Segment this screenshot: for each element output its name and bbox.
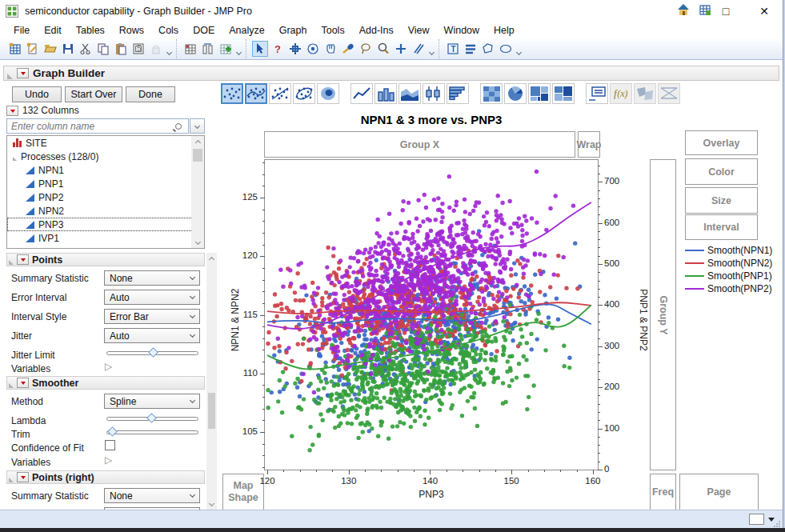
collapse-triangle-icon[interactable] xyxy=(9,378,14,388)
group-x-zone[interactable]: Group X xyxy=(264,131,575,158)
open-icon[interactable] xyxy=(42,41,58,57)
cut-icon[interactable] xyxy=(78,41,94,57)
panel-header-smoother[interactable]: Smoother xyxy=(6,376,205,390)
new-script-icon[interactable] xyxy=(25,41,41,57)
slider-thumb[interactable] xyxy=(146,413,157,423)
target-tool-icon[interactable] xyxy=(305,41,321,57)
menu-view[interactable]: View xyxy=(401,23,437,38)
close-button[interactable]: ✕ xyxy=(746,0,783,22)
scatter-plot-canvas[interactable] xyxy=(265,160,598,470)
column-item-pnp2[interactable]: PNP2 xyxy=(7,190,204,204)
pen-tool-icon[interactable] xyxy=(411,41,427,57)
menu-addins[interactable]: Add-Ins xyxy=(352,23,401,38)
text-annotate-icon[interactable] xyxy=(445,41,461,57)
color-swatch[interactable] xyxy=(749,514,764,525)
pie-element-icon[interactable] xyxy=(504,83,527,104)
toolbar-overflow-icon[interactable] xyxy=(427,41,435,57)
start-over-button[interactable]: Start Over xyxy=(65,86,122,102)
columns-list-scrollbar[interactable] xyxy=(191,136,204,248)
menu-edit[interactable]: Edit xyxy=(37,23,69,38)
legend-item[interactable]: Smooth(NPN2) xyxy=(685,258,772,269)
slider-thumb[interactable] xyxy=(148,347,158,358)
menu-analyze[interactable]: Analyze xyxy=(222,23,271,38)
columns-red-triangle-icon[interactable] xyxy=(6,106,18,116)
column-item-site[interactable]: SITE xyxy=(7,136,204,150)
menu-file[interactable]: File xyxy=(6,23,37,38)
journal-icon[interactable] xyxy=(130,41,146,57)
save-icon[interactable] xyxy=(60,41,76,57)
lines-annotate-icon[interactable] xyxy=(463,41,479,57)
wrap-zone[interactable]: Wrap xyxy=(578,131,600,158)
line-element-icon[interactable] xyxy=(350,83,373,104)
slider-trim[interactable] xyxy=(106,426,198,438)
collapse-triangle-icon[interactable] xyxy=(9,255,14,265)
polygon-annotate-icon[interactable] xyxy=(480,41,496,57)
smoother-element-icon[interactable] xyxy=(245,83,267,104)
arrow-tool-icon[interactable] xyxy=(252,41,268,57)
dropdown-interval-style[interactable]: Error Bar xyxy=(104,309,200,324)
dropdown-error-interval[interactable]: Auto xyxy=(104,290,200,305)
mosaic-element-icon[interactable] xyxy=(552,83,575,104)
red-triangle-menu-icon[interactable] xyxy=(17,254,29,265)
scroll-down-icon[interactable] xyxy=(206,498,217,510)
heatmap-element-icon[interactable] xyxy=(480,83,503,104)
magnifier-tool-icon[interactable] xyxy=(375,41,391,57)
dropdown-method[interactable]: Spline xyxy=(104,394,200,409)
legend-item[interactable]: Smooth(PNP1) xyxy=(685,270,772,282)
red-triangle-menu-icon[interactable] xyxy=(17,378,29,388)
legend-item[interactable]: Smooth(NPN1) xyxy=(685,245,772,256)
column-item-pnp1[interactable]: PNP1 xyxy=(7,177,204,190)
data-table-icon[interactable] xyxy=(182,41,198,57)
menu-tools[interactable]: Tools xyxy=(314,23,351,38)
help-tool-icon[interactable] xyxy=(270,41,286,57)
box-plot-element-icon[interactable] xyxy=(423,83,445,104)
maximize-button[interactable]: □ xyxy=(707,0,744,22)
crosshair-tool-icon[interactable] xyxy=(287,41,303,57)
group-y-zone[interactable]: Group Y xyxy=(650,159,676,470)
window-grid-icon[interactable] xyxy=(698,2,712,16)
column-item-ivp1[interactable]: IVP1 xyxy=(7,231,204,245)
red-triangle-menu-icon[interactable] xyxy=(17,472,29,482)
scroll-up-icon[interactable] xyxy=(191,136,204,147)
menu-window[interactable]: Window xyxy=(437,23,487,38)
brush-tool-icon[interactable] xyxy=(340,41,356,57)
panel-scrollbar[interactable] xyxy=(206,253,217,510)
column-item-pnp3[interactable]: PNP3 xyxy=(7,218,204,231)
menu-cols[interactable]: Cols xyxy=(151,23,186,38)
size-zone[interactable]: Size xyxy=(685,187,758,214)
toolbar-overflow-icon[interactable] xyxy=(165,41,173,57)
contour-element-icon[interactable] xyxy=(317,83,339,104)
checkbox-confidence-of-fit[interactable] xyxy=(105,440,115,450)
legend-item[interactable]: Smooth(PNP2) xyxy=(685,283,772,294)
column-item-npn2[interactable]: NPN2 xyxy=(7,204,204,218)
copy-icon[interactable] xyxy=(95,41,111,57)
menu-tables[interactable]: Tables xyxy=(69,23,112,38)
page-zone[interactable]: Page xyxy=(679,474,759,510)
slider-thumb[interactable] xyxy=(107,426,118,437)
lasso-tool-icon[interactable] xyxy=(358,41,374,57)
add-graph-icon[interactable] xyxy=(218,41,234,57)
menu-graph[interactable]: Graph xyxy=(272,23,314,38)
slider-lambda[interactable] xyxy=(106,413,198,425)
bar-element-icon[interactable] xyxy=(374,83,397,104)
red-triangle-menu-icon[interactable] xyxy=(17,68,29,78)
dropdown-summary-statistic[interactable]: None xyxy=(104,488,200,503)
histogram-element-icon[interactable] xyxy=(447,83,469,104)
resize-grip[interactable] xyxy=(773,520,781,528)
panel-header-pointsright[interactable]: Points (right) xyxy=(6,470,205,484)
points-element-icon[interactable] xyxy=(221,83,243,104)
disclosure-triangle-icon[interactable]: ▷ xyxy=(105,361,112,372)
toolbar-overflow-icon[interactable] xyxy=(234,41,242,57)
done-button[interactable]: Done xyxy=(126,86,175,102)
column-item-npn1[interactable]: NPN1 xyxy=(7,163,204,177)
column-search-input[interactable] xyxy=(7,120,175,133)
search-filter-dropdown[interactable] xyxy=(190,118,205,134)
home-icon[interactable] xyxy=(676,2,691,16)
treemap-element-icon[interactable] xyxy=(528,83,551,104)
disclosure-triangle-icon[interactable]: ▷ xyxy=(105,454,112,466)
overlay-zone[interactable]: Overlay xyxy=(685,130,758,155)
menu-help[interactable]: Help xyxy=(487,23,522,38)
new-data-table-icon[interactable] xyxy=(7,41,23,57)
color-zone[interactable]: Color xyxy=(685,158,758,185)
scroll-down-icon[interactable] xyxy=(191,237,204,248)
